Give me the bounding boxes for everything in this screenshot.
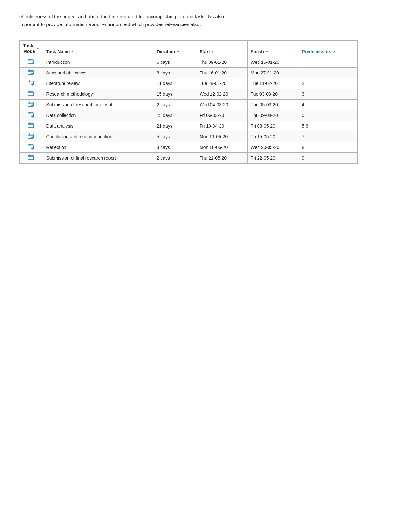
duration-cell: 25 days bbox=[153, 110, 196, 121]
start-cell: Fri 06-03-20 bbox=[196, 110, 248, 121]
col-start-sort-icon[interactable]: ▼ bbox=[211, 50, 214, 53]
table-header-row: Task Mode ▼ Task Name ▼ Duration ▼ bbox=[20, 41, 357, 57]
start-cell: Tue 28-01-20 bbox=[196, 78, 248, 89]
svg-rect-19 bbox=[28, 92, 33, 93]
finish-cell: Tue 11-02-20 bbox=[247, 78, 298, 89]
col-task-mode-sort-icon[interactable]: ▼ bbox=[36, 47, 40, 50]
predecessors-cell: 1 bbox=[298, 67, 357, 78]
svg-rect-55 bbox=[28, 155, 33, 157]
table-wrapper: Task Mode ▼ Task Name ▼ Duration ▼ bbox=[19, 40, 358, 164]
finish-cell: Fri 08-05-20 bbox=[247, 121, 298, 131]
col-start-label: Start bbox=[200, 49, 210, 54]
col-finish[interactable]: Finish ▼ bbox=[247, 41, 298, 57]
col-predecessors-label: Predecessors bbox=[302, 49, 331, 54]
col-finish-sort-icon[interactable]: ▼ bbox=[265, 50, 269, 53]
table-row: Reflection3 daysMon 18-05-20Wed 20-05-20… bbox=[20, 142, 357, 152]
col-start[interactable]: Start ▼ bbox=[196, 41, 248, 57]
col-task-name-sort-icon[interactable]: ▼ bbox=[71, 50, 74, 53]
finish-cell: Thu 05-03-20 bbox=[247, 99, 298, 110]
table-row: Aims and objectives8 daysThu 16-01-20Mon… bbox=[20, 67, 357, 78]
col-task-name-label: Task Name bbox=[46, 49, 70, 54]
svg-rect-13 bbox=[28, 81, 33, 82]
predecessors-cell bbox=[298, 57, 357, 67]
start-cell: Mon 11-05-20 bbox=[196, 131, 248, 142]
task-name-cell: Aims and objectives bbox=[43, 67, 153, 78]
finish-cell: Thu 09-04-20 bbox=[247, 110, 298, 121]
task-mode-cell bbox=[20, 142, 43, 152]
predecessors-cell: 7 bbox=[298, 131, 357, 142]
table-row: Submission of research proposal2 daysWed… bbox=[20, 99, 357, 110]
task-name-cell: Literature review bbox=[43, 78, 153, 89]
task-mode-cell bbox=[20, 152, 43, 163]
svg-rect-37 bbox=[28, 123, 33, 125]
duration-cell: 5 days bbox=[153, 131, 196, 142]
task-mode-icon bbox=[28, 122, 35, 129]
start-cell: Mon 18-05-20 bbox=[196, 142, 248, 152]
task-name-cell: Data collection bbox=[43, 110, 153, 121]
duration-cell: 8 days bbox=[153, 67, 196, 78]
task-name-cell: Data analysis bbox=[43, 121, 153, 131]
project-table: Task Mode ▼ Task Name ▼ Duration ▼ bbox=[20, 40, 357, 163]
task-mode-cell bbox=[20, 110, 43, 121]
task-mode-cell bbox=[20, 78, 43, 89]
table-row: Research methodology15 daysWed 12-02-20T… bbox=[20, 89, 357, 99]
table-row: Data analysis21 daysFri 10-04-20Fri 08-0… bbox=[20, 121, 357, 131]
task-mode-cell bbox=[20, 89, 43, 99]
task-mode-cell bbox=[20, 57, 43, 67]
start-cell: Thu 16-01-20 bbox=[196, 67, 248, 78]
task-mode-icon bbox=[28, 144, 35, 150]
intro-paragraph: effectiveness of the project and about t… bbox=[19, 13, 392, 28]
task-name-cell: Submission of final research report bbox=[43, 152, 153, 163]
table-row: Introduction5 daysThu 09-01-20Wed 15-01-… bbox=[20, 57, 357, 67]
finish-cell: Fri 15-05-20 bbox=[247, 131, 298, 142]
duration-cell: 5 days bbox=[153, 57, 196, 67]
svg-rect-1 bbox=[28, 60, 33, 61]
task-mode-icon bbox=[28, 69, 35, 76]
predecessors-cell: 5,6 bbox=[298, 121, 357, 131]
predecessors-cell: 4 bbox=[298, 99, 357, 110]
finish-cell: Wed 15-01-20 bbox=[247, 57, 298, 67]
table-row: Literature review11 daysTue 28-01-20Tue … bbox=[20, 78, 357, 89]
task-mode-icon bbox=[28, 154, 35, 161]
duration-cell: 15 days bbox=[153, 89, 196, 99]
svg-rect-7 bbox=[28, 70, 33, 72]
start-cell: Wed 04-03-20 bbox=[196, 99, 248, 110]
task-name-cell: Submission of research proposal bbox=[43, 99, 153, 110]
svg-rect-43 bbox=[28, 134, 33, 135]
col-duration[interactable]: Duration ▼ bbox=[153, 41, 196, 57]
task-mode-cell bbox=[20, 99, 43, 110]
predecessors-cell: 9 bbox=[298, 152, 357, 163]
task-name-cell: Research methodology bbox=[43, 89, 153, 99]
task-mode-icon bbox=[28, 80, 35, 87]
predecessors-cell: 5 bbox=[298, 110, 357, 121]
predecessors-cell: 8 bbox=[298, 142, 357, 152]
predecessors-cell: 2 bbox=[298, 78, 357, 89]
col-predecessors-sort-icon[interactable]: ▼ bbox=[333, 50, 336, 53]
intro-line2: important to provide information about e… bbox=[19, 21, 392, 28]
intro-line1: effectiveness of the project and about t… bbox=[19, 13, 392, 21]
duration-cell: 2 days bbox=[153, 99, 196, 110]
col-task-name[interactable]: Task Name ▼ bbox=[43, 41, 153, 57]
finish-cell: Fri 22-05-20 bbox=[247, 152, 298, 163]
start-cell: Thu 21-05-20 bbox=[196, 152, 248, 163]
task-name-cell: Conclusion and recommendations bbox=[43, 131, 153, 142]
svg-rect-49 bbox=[28, 145, 33, 146]
col-duration-sort-icon[interactable]: ▼ bbox=[176, 50, 180, 53]
duration-cell: 21 days bbox=[153, 121, 196, 131]
duration-cell: 3 days bbox=[153, 142, 196, 152]
task-mode-cell bbox=[20, 131, 43, 142]
col-predecessors[interactable]: Predecessors ▼ bbox=[298, 41, 357, 57]
finish-cell: Mon 27-01-20 bbox=[247, 67, 298, 78]
col-task-mode[interactable]: Task Mode ▼ bbox=[20, 41, 43, 57]
predecessors-cell: 3 bbox=[298, 89, 357, 99]
task-mode-icon bbox=[28, 59, 35, 65]
task-name-cell: Reflection bbox=[43, 142, 153, 152]
task-mode-icon bbox=[28, 133, 35, 140]
task-mode-cell bbox=[20, 121, 43, 131]
start-cell: Fri 10-04-20 bbox=[196, 121, 248, 131]
table-row: Data collection25 daysFri 06-03-20Thu 09… bbox=[20, 110, 357, 121]
svg-rect-31 bbox=[28, 113, 33, 114]
duration-cell: 11 days bbox=[153, 78, 196, 89]
col-task-mode-label: Task Mode bbox=[23, 43, 35, 54]
finish-cell: Wed 20-05-20 bbox=[247, 142, 298, 152]
